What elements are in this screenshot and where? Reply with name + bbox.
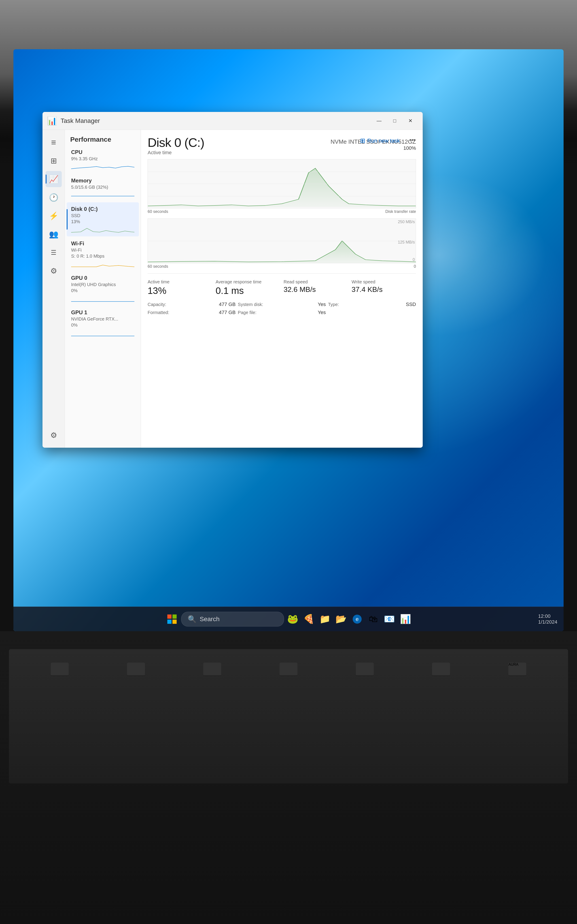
sidebar-menu-icon[interactable]: ≡ (46, 134, 62, 150)
cpu-mini-chart (71, 163, 134, 170)
window-controls: — □ ✕ (371, 114, 418, 128)
transfer-rate-chart-container: 250 MB/s 125 MB/s 0 (148, 218, 416, 269)
sidebar-performance-icon[interactable]: 📈 (46, 171, 62, 187)
detail-capacity: Capacity: 477 GB (148, 302, 235, 307)
taskbar-app-folder[interactable]: 📂 (334, 612, 348, 627)
svg-rect-4 (167, 620, 171, 624)
tm-sidebar: ≡ ⊞ 📈 🕐 ⚡ 👥 ☰ ⚙ ⚙ (42, 130, 65, 447)
svg-rect-2 (167, 614, 171, 619)
disk-subtitle1: SSD (71, 213, 134, 218)
formatted-value: 477 GB (219, 310, 236, 315)
wifi-subtitle1: Wi-Fi (71, 247, 134, 253)
nav-item-gpu1[interactable]: GPU 1 NVIDIA GeForce RTX... 0% (67, 306, 139, 340)
chart2-y-max: 250 MB/s (398, 220, 415, 224)
stat-read-speed: Read speed 32.6 MB/s (284, 277, 348, 298)
windows-start-button[interactable] (164, 611, 180, 627)
chart2-seconds-label: 60 seconds (148, 264, 168, 269)
stat-avg-response: Average response time 0.1 ms (216, 277, 280, 298)
key-f5[interactable] (356, 662, 374, 676)
active-time-chart (148, 159, 416, 208)
search-bar[interactable]: 🔍 Search (181, 612, 284, 627)
transfer-rate-chart: 250 MB/s 125 MB/s 0 (148, 218, 416, 263)
maximize-button[interactable]: □ (387, 114, 403, 128)
minimize-button[interactable]: — (371, 114, 387, 128)
search-label: Search (200, 615, 219, 623)
read-speed-label: Read speed (284, 279, 348, 284)
system-tray: 12:001/1/2024 (536, 612, 559, 627)
keyboard-keys-row1: AURA (9, 649, 568, 680)
keyboard-deck: AURA (9, 649, 568, 783)
disk-details-grid: Capacity: 477 GB System disk: Yes Type: … (148, 302, 416, 315)
sidebar-history-icon[interactable]: 🕐 (46, 189, 62, 205)
nav-item-memory[interactable]: Memory 5.0/15.6 GB (32%) (67, 174, 139, 202)
laptop-screen: 📊 Task Manager — □ ✕ ≡ ⊞ 📈 🕐 ⚡ 👥 ☰ ⚙ (13, 49, 564, 631)
taskbar-app-edge[interactable]: e (350, 612, 364, 627)
type-label: Type: (328, 302, 339, 307)
tray-time: 12:001/1/2024 (536, 612, 559, 627)
key-f4[interactable] (280, 662, 297, 676)
sidebar-services-icon[interactable]: ⚙ (46, 263, 62, 279)
key-f2[interactable] (127, 662, 145, 676)
sidebar-users-icon[interactable]: 👥 (46, 226, 62, 242)
stat-write-speed: Write speed 37.4 KB/s (351, 277, 416, 298)
gpu0-mini-chart (71, 295, 134, 302)
nav-item-wifi[interactable]: Wi-Fi Wi-Fi S: 0 R: 1.0 Mbps (67, 237, 139, 271)
search-icon: 🔍 (188, 615, 197, 624)
disk-subtitle2: 13% (71, 219, 134, 224)
performance-nav: Performance CPU 9% 3.35 GHz Memory (65, 130, 141, 447)
nav-item-cpu[interactable]: CPU 9% 3.35 GHz (67, 145, 139, 173)
sidebar-details-icon[interactable]: ☰ (46, 244, 62, 260)
page-file-value: Yes (318, 310, 326, 315)
sidebar-startup-icon[interactable]: ⚡ (46, 208, 62, 224)
tm-content: ≡ ⊞ 📈 🕐 ⚡ 👥 ☰ ⚙ ⚙ Performance (42, 130, 423, 447)
gpu0-subtitle: Intel(R) UHD Graphics (71, 282, 134, 287)
chart2-y-min: 0 (413, 257, 415, 262)
disk-main-title: Disk 0 (C:) (148, 135, 204, 150)
key-f3[interactable] (203, 662, 221, 676)
nav-item-gpu0[interactable]: GPU 0 Intel(R) UHD Graphics 0% (67, 271, 139, 305)
disk-active-label: Active time (148, 150, 204, 155)
stat-active-time: Active time 13% (148, 277, 212, 298)
system-disk-value: Yes (318, 302, 326, 307)
performance-header: Performance (65, 132, 141, 145)
key-aura[interactable]: AURA (508, 662, 526, 676)
gpu1-subtitle: NVIDIA GeForce RTX... (71, 317, 134, 321)
disk-mini-chart (71, 226, 134, 233)
nav-item-disk[interactable]: Disk 0 (C:) SSD 13% (67, 202, 139, 236)
run-task-label: Run new task (367, 138, 400, 144)
taskbar-app-files[interactable]: 📁 (318, 612, 332, 627)
wifi-title: Wi-Fi (71, 241, 134, 247)
title-bar: 📊 Task Manager — □ ✕ (42, 112, 423, 130)
taskbar-app-mail[interactable]: 📧 (382, 612, 397, 627)
svg-marker-0 (148, 168, 416, 207)
performance-main: ⊞ Run new task ••• Disk 0 (C:) Active ti… (141, 130, 423, 447)
wifi-mini-chart (71, 260, 134, 267)
run-new-task-button[interactable]: ⊞ Run new task (355, 134, 405, 147)
taskmanager-icon: 📊 (47, 116, 57, 126)
read-speed-value: 32.6 MB/s (284, 285, 348, 294)
page-file-label: Page file: (238, 310, 256, 315)
more-options-button[interactable]: ••• (407, 134, 418, 145)
taskbar-app-frog[interactable]: 🐸 (285, 612, 300, 627)
key-f1[interactable] (51, 662, 69, 676)
chart2-y-mid: 125 MB/s (398, 240, 415, 245)
avg-response-label: Average response time (216, 279, 280, 284)
close-button[interactable]: ✕ (403, 114, 418, 128)
taskbar-app-pizza[interactable]: 🍕 (301, 612, 316, 627)
taskbar-app-store[interactable]: 🛍 (366, 612, 380, 627)
performance-panel: Performance CPU 9% 3.35 GHz Memory (65, 130, 423, 447)
sidebar-processes-icon[interactable]: ⊞ (46, 153, 62, 169)
task-manager-window: 📊 Task Manager — □ ✕ ≡ ⊞ 📈 🕐 ⚡ 👥 ☰ ⚙ (42, 112, 423, 447)
active-time-chart-container: 60 seconds Disk transfer rate (148, 159, 416, 214)
sidebar-settings-icon[interactable]: ⚙ (46, 427, 62, 443)
taskbar-app-taskmanager[interactable]: 📊 (398, 612, 413, 627)
write-speed-value: 37.4 KB/s (351, 285, 416, 294)
detail-page-file: Page file: Yes (238, 310, 326, 315)
chart1-type-label: Disk transfer rate (385, 209, 416, 214)
system-disk-label: System disk: (238, 302, 263, 307)
detail-type: Type: SSD (328, 302, 416, 307)
memory-subtitle: 5.0/15.6 GB (32%) (71, 185, 134, 190)
chart2-y-label: 0 (414, 264, 416, 269)
key-f6[interactable] (432, 662, 450, 676)
gpu0-value: 0% (71, 288, 134, 293)
